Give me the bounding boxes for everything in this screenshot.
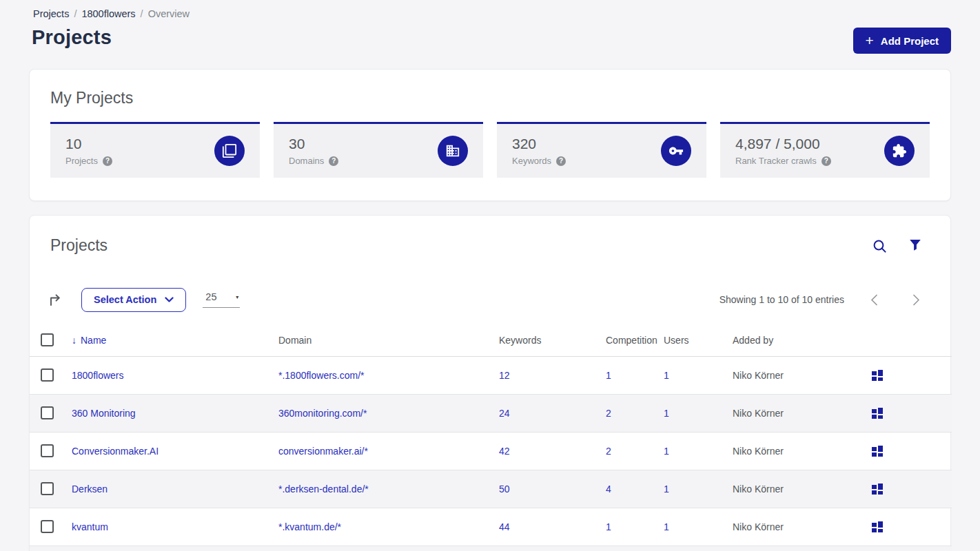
stat-tile-domains: 30 Domains ? xyxy=(274,122,483,178)
project-name-link[interactable]: 1800flowers xyxy=(72,370,124,381)
stat-tile-projects: 10 Projects ? xyxy=(50,122,260,178)
project-name-link[interactable]: Conversionmaker.AI xyxy=(72,446,159,457)
users-count-link[interactable]: 1 xyxy=(664,408,669,419)
table-row: 1800flowers *.1800flowers.com/* 12 1 1 N… xyxy=(30,356,952,394)
users-count-link[interactable]: 1 xyxy=(664,446,669,457)
filter-icon[interactable] xyxy=(906,236,924,256)
competition-count-link[interactable]: 1 xyxy=(606,370,611,381)
keywords-key-icon xyxy=(661,136,691,166)
select-all-checkbox[interactable] xyxy=(41,333,54,346)
page-size-select[interactable]: 25 ▾ xyxy=(203,291,240,308)
stat-tile-crawls: 4,897 / 5,000 Rank Tracker crawls ? xyxy=(720,122,930,178)
search-icon[interactable] xyxy=(870,236,890,258)
column-header-users: Users xyxy=(664,324,733,356)
keywords-count-link[interactable]: 50 xyxy=(499,484,510,495)
stat-label: Domains xyxy=(289,156,324,166)
my-projects-card: My Projects 10 Projects ? 30 Domains ? xyxy=(29,69,951,201)
my-projects-heading: My Projects xyxy=(50,89,133,107)
breadcrumb: Projects/1800flowers/Overview xyxy=(33,8,190,19)
table-controls: Select Action 25 ▾ Showing 1 to 10 of 10… xyxy=(46,287,926,312)
added-by-text: Niko Körner xyxy=(733,470,870,508)
row-checkbox[interactable] xyxy=(41,482,54,495)
next-page-icon[interactable] xyxy=(907,291,926,309)
dashboard-icon[interactable] xyxy=(870,520,884,534)
table-row-partial xyxy=(30,545,952,551)
plus-icon: + xyxy=(866,33,874,48)
help-icon[interactable]: ? xyxy=(103,156,112,166)
table-row: Derksen *.derksen-dental.de/* 50 4 1 Nik… xyxy=(30,470,952,508)
domains-building-icon xyxy=(438,136,468,166)
export-icon[interactable] xyxy=(46,291,65,309)
projects-table-card: Projects Select Action 25 ▾ Showing 1 to… xyxy=(29,215,951,551)
users-count-link[interactable]: 1 xyxy=(664,521,669,532)
dashboard-icon[interactable] xyxy=(870,482,884,496)
projects-copy-icon xyxy=(214,136,245,166)
competition-count-link[interactable]: 2 xyxy=(606,446,611,457)
table-header-row: ↓Name Domain Keywords Competition Users … xyxy=(30,324,952,356)
keywords-count-link[interactable]: 42 xyxy=(499,446,510,457)
added-by-text: Niko Körner xyxy=(733,508,870,545)
dashboard-icon[interactable] xyxy=(870,406,884,420)
chevron-down-icon xyxy=(165,297,174,303)
row-checkbox[interactable] xyxy=(41,444,54,457)
page-size-value: 25 xyxy=(205,291,216,302)
column-header-competition: Competition xyxy=(606,324,664,356)
project-domain-link[interactable]: conversionmaker.ai/* xyxy=(278,446,368,457)
crawls-puzzle-icon xyxy=(884,136,915,166)
stat-value: 320 xyxy=(512,136,566,152)
help-icon[interactable]: ? xyxy=(821,156,831,166)
pagination: Showing 1 to 10 of 10 entries xyxy=(719,291,926,309)
breadcrumb-projects[interactable]: Projects xyxy=(33,8,69,19)
table-row: Conversionmaker.AI conversionmaker.ai/* … xyxy=(30,432,952,470)
column-header-keywords: Keywords xyxy=(499,324,606,356)
stat-label: Keywords xyxy=(512,156,551,166)
select-action-dropdown[interactable]: Select Action xyxy=(81,288,186,312)
help-icon[interactable]: ? xyxy=(329,156,338,166)
add-project-label: Add Project xyxy=(881,35,939,47)
help-icon[interactable]: ? xyxy=(556,156,566,166)
row-checkbox[interactable] xyxy=(41,368,54,382)
prev-page-icon[interactable] xyxy=(865,291,884,309)
column-header-added-by: Added by xyxy=(733,324,870,356)
add-project-button[interactable]: + Add Project xyxy=(853,28,951,54)
keywords-count-link[interactable]: 12 xyxy=(499,370,510,381)
stats-tiles: 10 Projects ? 30 Domains ? xyxy=(50,122,930,178)
project-domain-link[interactable]: *.derksen-dental.de/* xyxy=(278,484,369,495)
page-title: Projects xyxy=(32,26,112,49)
projects-table: ↓Name Domain Keywords Competition Users … xyxy=(30,324,952,551)
dashboard-icon[interactable] xyxy=(870,444,884,458)
row-checkbox[interactable] xyxy=(41,520,54,533)
keywords-count-link[interactable]: 24 xyxy=(499,408,510,419)
caret-down-icon: ▾ xyxy=(236,294,238,300)
keywords-count-link[interactable]: 44 xyxy=(499,521,510,532)
project-domain-link[interactable]: *.1800flowers.com/* xyxy=(278,370,365,381)
project-name-link[interactable]: kvantum xyxy=(72,521,108,532)
stat-label: Projects xyxy=(65,156,98,166)
competition-count-link[interactable]: 2 xyxy=(606,408,611,419)
breadcrumb-separator: / xyxy=(141,8,143,19)
project-domain-link[interactable]: *.kvantum.de/* xyxy=(278,521,341,532)
users-count-link[interactable]: 1 xyxy=(664,370,669,381)
breadcrumb-1800flowers[interactable]: 1800flowers xyxy=(81,8,135,19)
table-row: 360 Monitoring 360monitoring.com/* 24 2 … xyxy=(30,394,952,432)
added-by-text: Niko Körner xyxy=(733,394,870,432)
users-count-link[interactable]: 1 xyxy=(664,484,669,495)
row-checkbox[interactable] xyxy=(41,406,54,419)
stat-label: Rank Tracker crawls xyxy=(735,156,817,166)
project-name-link[interactable]: 360 Monitoring xyxy=(72,408,136,419)
stat-tile-keywords: 320 Keywords ? xyxy=(497,122,706,178)
added-by-text: Niko Körner xyxy=(733,432,870,470)
competition-count-link[interactable]: 4 xyxy=(606,484,611,495)
project-name-link[interactable]: Derksen xyxy=(72,484,108,495)
select-action-label: Select Action xyxy=(94,294,156,305)
stat-value: 10 xyxy=(65,136,112,152)
dashboard-icon[interactable] xyxy=(870,368,884,382)
projects-card-heading: Projects xyxy=(50,236,108,255)
column-header-name[interactable]: ↓Name xyxy=(72,335,106,346)
sort-desc-icon: ↓ xyxy=(72,335,76,346)
competition-count-link[interactable]: 1 xyxy=(606,521,611,532)
project-domain-link[interactable]: 360monitoring.com/* xyxy=(278,408,367,419)
stat-value: 30 xyxy=(289,136,338,152)
breadcrumb-separator: / xyxy=(74,8,76,19)
table-row: kvantum *.kvantum.de/* 44 1 1 Niko Körne… xyxy=(30,508,952,545)
